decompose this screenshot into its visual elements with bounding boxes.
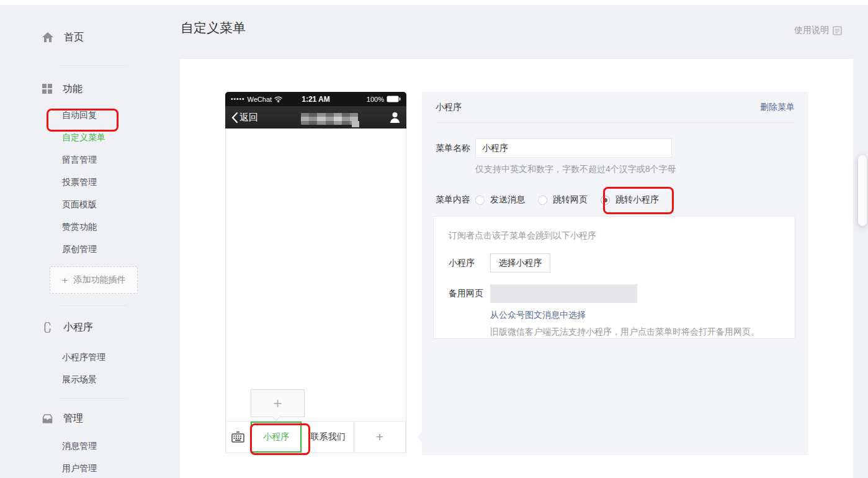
radio-label: 发送消息 xyxy=(490,194,525,205)
menu-content-label: 菜单内容 xyxy=(436,194,475,205)
sidebar-item-auto-reply[interactable]: 自动回复 xyxy=(0,104,177,126)
sidebar-section-label: 管理 xyxy=(63,412,83,425)
keyboard-icon xyxy=(231,431,244,443)
sidebar-item-custom-menu[interactable]: 自定义菜单 xyxy=(0,126,177,148)
battery-icon xyxy=(387,96,401,102)
menu-content-row: 菜单内容 发送消息 跳转网页 跳转小程序 xyxy=(436,194,795,206)
miniprogram-icon xyxy=(42,322,53,333)
phone-preview: ••••• WeChat 1:21 AM 100% 返回 xyxy=(225,92,406,453)
sidebar-item-original[interactable]: 原创管理 xyxy=(0,238,177,260)
sidebar-miniprogram-list: 小程序管理 展示场景 xyxy=(0,346,177,390)
add-plugin-button[interactable]: + 添加功能插件 xyxy=(50,266,138,294)
miniprogram-label: 小程序 xyxy=(449,258,490,269)
home-icon xyxy=(42,32,53,42)
radio-label: 跳转小程序 xyxy=(615,194,659,205)
sidebar-item-messages[interactable]: 消息管理 xyxy=(0,435,177,457)
sidebar-item-page-template[interactable]: 页面模版 xyxy=(0,193,177,215)
sidebar-section-features[interactable]: 功能 xyxy=(0,81,177,96)
add-submenu-button[interactable]: + xyxy=(251,389,305,417)
sidebar-item-home[interactable]: 首页 xyxy=(0,30,177,45)
document-icon xyxy=(833,26,842,35)
phone-menu-bar: 小程序 联系我们 + xyxy=(225,421,406,453)
phone-body: + xyxy=(225,129,406,421)
sidebar-divider xyxy=(60,305,127,306)
sidebar-item-label: 首页 xyxy=(64,31,84,44)
config-tip: 订阅者点击该子菜单会跳到以下小程序 xyxy=(449,230,780,241)
miniprogram-row: 小程序 选择小程序 xyxy=(449,253,780,273)
scrollbar-thumb[interactable] xyxy=(858,155,867,226)
sidebar-manage-list: 消息管理 用户管理 素材管理 xyxy=(0,435,177,478)
panel-header: 小程序 删除菜单 xyxy=(436,92,795,123)
menu-name-hint: 仅支持中英文和数字，字数不超过4个汉字或8个字母 xyxy=(475,164,795,175)
menu-item-miniprogram[interactable]: 小程序 xyxy=(251,422,302,453)
sidebar-item-votes[interactable]: 投票管理 xyxy=(0,171,177,193)
choose-from-articles-link[interactable]: 从公众号图文消息中选择 xyxy=(490,310,586,321)
sidebar-divider xyxy=(60,65,127,66)
sidebar-item-mp-manage[interactable]: 小程序管理 xyxy=(0,346,177,368)
add-plugin-label: 添加功能插件 xyxy=(73,274,125,286)
backup-url-input xyxy=(490,284,637,303)
sidebar-section-label: 功能 xyxy=(63,83,83,96)
wifi-icon xyxy=(274,96,282,102)
plus-icon: + xyxy=(273,396,282,411)
sidebar-section-label: 小程序 xyxy=(63,321,93,334)
back-chevron-icon xyxy=(231,112,238,123)
panel-arrow xyxy=(417,432,427,443)
sidebar-item-reward[interactable]: 赞赏功能 xyxy=(0,215,177,238)
menu-editor-panel: 小程序 删除菜单 菜单名称 仅支持中英文和数字，字数不超过4个汉字或8个字母 菜… xyxy=(422,92,808,455)
panel-title: 小程序 xyxy=(436,102,462,113)
menu-item-label: 联系我们 xyxy=(310,431,345,443)
radio-icon xyxy=(601,196,610,205)
help-link-label: 使用说明 xyxy=(794,25,829,36)
radio-jump-webpage[interactable]: 跳转网页 xyxy=(538,194,588,205)
backup-note: 旧版微信客户端无法支持小程序，用户点击菜单时将会打开备用网页。 xyxy=(490,327,780,338)
person-icon xyxy=(390,112,400,123)
menu-name-row: 菜单名称 xyxy=(436,138,795,158)
grid-icon xyxy=(42,84,52,94)
radio-icon xyxy=(538,196,547,205)
sidebar: 首页 功能 自动回复 自定义菜单 留言管理 投票管理 页面模版 赞赏功能 原创管… xyxy=(0,5,177,478)
radio-jump-miniprogram[interactable]: 跳转小程序 xyxy=(601,194,659,205)
phone-status-bar: ••••• WeChat 1:21 AM 100% xyxy=(225,92,406,106)
sidebar-item-users[interactable]: 用户管理 xyxy=(0,457,177,478)
sidebar-section-manage[interactable]: 管理 xyxy=(0,411,177,426)
menu-name-label: 菜单名称 xyxy=(436,143,475,154)
popup-arrow xyxy=(272,413,280,421)
censored-account-name xyxy=(301,113,358,125)
add-menu-button[interactable]: + xyxy=(354,422,406,453)
sidebar-item-mp-scenes[interactable]: 展示场景 xyxy=(0,368,177,390)
menu-item-label: 小程序 xyxy=(263,431,289,443)
sidebar-section-miniprogram[interactable]: 小程序 xyxy=(0,320,177,335)
menu-item-contact-us[interactable]: 联系我们 xyxy=(302,422,354,453)
delete-menu-link[interactable]: 删除菜单 xyxy=(760,102,795,113)
sidebar-divider xyxy=(60,398,127,399)
backup-url-row: 备用网页 xyxy=(449,284,780,303)
keyboard-toggle[interactable] xyxy=(226,422,251,453)
miniprogram-config-box: 订阅者点击该子菜单会跳到以下小程序 小程序 选择小程序 备用网页 从公众号图文消… xyxy=(433,216,795,339)
plus-icon: + xyxy=(62,275,68,286)
choose-miniprogram-button[interactable]: 选择小程序 xyxy=(490,253,550,273)
signal-icon: ••••• xyxy=(231,96,245,102)
page-title: 自定义菜单 xyxy=(181,19,246,37)
top-strip xyxy=(0,0,868,5)
sidebar-item-comments[interactable]: 留言管理 xyxy=(0,148,177,171)
plus-icon: + xyxy=(376,430,383,444)
back-label: 返回 xyxy=(239,112,258,124)
radio-send-message[interactable]: 发送消息 xyxy=(475,194,525,205)
menu-name-input[interactable] xyxy=(475,138,672,158)
phone-nav-bar: 返回 xyxy=(225,106,406,129)
battery-percent: 100% xyxy=(367,96,384,103)
radio-icon xyxy=(475,196,485,205)
inbox-icon xyxy=(42,414,53,423)
backup-url-label: 备用网页 xyxy=(449,288,490,299)
content-card: ••••• WeChat 1:21 AM 100% 返回 xyxy=(180,59,853,478)
status-time: 1:21 AM xyxy=(302,95,330,104)
back-button: 返回 xyxy=(231,112,258,124)
carrier-label: WeChat xyxy=(248,96,272,103)
radio-label: 跳转网页 xyxy=(553,194,588,205)
help-link[interactable]: 使用说明 xyxy=(794,25,842,36)
sidebar-features-list: 自动回复 自定义菜单 留言管理 投票管理 页面模版 赞赏功能 原创管理 xyxy=(0,104,177,260)
